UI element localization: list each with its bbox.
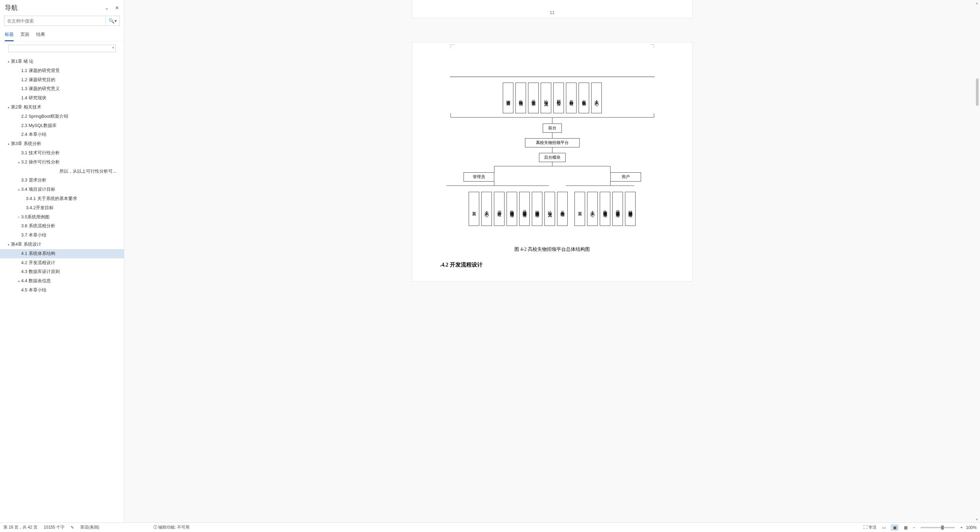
zoom-out-button[interactable]: − bbox=[913, 525, 915, 530]
structure-diagram: 浏览首页失物招领寻物启事论坛交流网站公告后台管理在线客服个人中心 前台 高校失物… bbox=[443, 76, 662, 233]
tree-toggle-icon[interactable]: ▴ bbox=[6, 242, 11, 247]
tab-pages[interactable]: 页面 bbox=[21, 29, 29, 41]
scroll-down-icon[interactable]: ▼ bbox=[974, 516, 980, 522]
print-layout-icon[interactable]: ▣ bbox=[891, 524, 899, 530]
page-previous: 11 bbox=[412, 0, 692, 18]
tree-item[interactable]: 1.2 课题研究目的 bbox=[0, 75, 124, 85]
web-layout-icon[interactable]: ▦ bbox=[902, 524, 909, 530]
diagram-node: 寻物启事 bbox=[528, 83, 539, 113]
tree-item[interactable]: 3.3 需求分析 bbox=[0, 176, 124, 185]
tree-item-label: 3.4 项目设计目标 bbox=[21, 186, 55, 193]
tree-toggle-icon[interactable]: ▴ bbox=[6, 105, 11, 110]
diagram-node: 论坛交流 bbox=[541, 83, 551, 113]
tree-item-label: 1.2 课题研究目的 bbox=[21, 76, 55, 84]
tree-item[interactable]: ▴3.4 项目设计目标 bbox=[0, 185, 124, 194]
tree-item[interactable]: 3.1 技术可行性分析 bbox=[0, 148, 124, 158]
tree-item[interactable]: 3.7 本章小结 bbox=[0, 231, 124, 240]
tree-item[interactable]: 4.1 系统体系结构 bbox=[0, 249, 124, 258]
crop-mark-icon bbox=[650, 44, 654, 48]
document-area: 11 浏览首页失物招领寻物启事论坛交流网站公告后台管理在线客服个人中心 前台 bbox=[124, 0, 980, 522]
diagram-box-platform: 高校失物招领平台 bbox=[525, 138, 580, 148]
diagram-node: 认领物品管理 bbox=[625, 192, 636, 226]
diagram-node: 寻物启事管理 bbox=[612, 192, 623, 226]
status-language[interactable]: 英语(美国) bbox=[80, 524, 99, 530]
diagram-box-user: 用户 bbox=[610, 172, 641, 181]
tree-item[interactable]: 2.3 MySQL数据库 bbox=[0, 121, 124, 130]
close-icon[interactable]: ✕ bbox=[115, 5, 119, 11]
tree-toggle-icon[interactable]: ▴ bbox=[16, 278, 21, 283]
tree-item[interactable]: 3.4.2开发目标 bbox=[0, 203, 124, 213]
tab-headings[interactable]: 标题 bbox=[5, 29, 14, 41]
tree-item[interactable]: 所以，从以上可行性分析可... bbox=[0, 167, 124, 176]
spellcheck-icon[interactable]: ✎ bbox=[71, 525, 74, 530]
tree-item[interactable]: ▹3.5系统用例图 bbox=[0, 213, 124, 222]
tree-item-label: 4.5 本章小结 bbox=[21, 287, 46, 294]
page-number: 11 bbox=[550, 10, 554, 15]
tree-item-label: 3.1 技术可行性分析 bbox=[21, 149, 60, 157]
tree-item-label: 4.4 数据表信息 bbox=[21, 278, 51, 284]
tree-toggle-icon[interactable]: ▴ bbox=[6, 141, 11, 146]
tree-item[interactable]: 2.4 本章小结 bbox=[0, 130, 124, 139]
diagram-node: 个人中心 bbox=[481, 192, 492, 226]
tree-item-label: 1.1 课题的研究背景 bbox=[21, 67, 60, 75]
tree-item[interactable]: 4.3 数据库设计原则 bbox=[0, 267, 124, 276]
tree-item-label: 4.2 开发流程设计 bbox=[21, 259, 55, 267]
tree-toggle-icon[interactable]: ▹ bbox=[16, 214, 21, 219]
diagram-node: 在线客服 bbox=[579, 83, 589, 113]
tree-item-label: 4.1 系统体系结构 bbox=[21, 250, 55, 257]
nav-search[interactable]: 🔍▾ bbox=[4, 16, 120, 26]
status-bar: 第 16 页，共 42 页 10155 个字 ✎ 英语(美国) ⓘ 辅助功能: … bbox=[0, 522, 980, 532]
tree-toggle-icon[interactable]: ▴ bbox=[16, 187, 21, 192]
diagram-node: 网站公告 bbox=[553, 83, 564, 113]
tree-item[interactable]: 1.4 研究现状 bbox=[0, 94, 124, 103]
read-mode-icon[interactable]: ▭ bbox=[880, 524, 888, 530]
tree-item[interactable]: 4.5 本章小结 bbox=[0, 286, 124, 295]
tree-item[interactable]: 3.4.1 关于系统的基本要求 bbox=[0, 194, 124, 203]
tree-item-label: 第3章 系统分析 bbox=[11, 140, 41, 148]
search-input[interactable] bbox=[5, 18, 105, 24]
tree-item[interactable]: 2.2 SpringBoot框架介绍 bbox=[0, 112, 124, 121]
scroll-up-icon[interactable]: ▲ bbox=[974, 0, 980, 6]
diagram-node: 首页 bbox=[574, 192, 585, 226]
accessibility-icon[interactable]: ⓘ 辅助功能: 不可用 bbox=[153, 524, 189, 530]
tree-item[interactable]: ▴第3章 系统分析 bbox=[0, 139, 124, 148]
diagram-node: 用户管理 bbox=[494, 192, 504, 226]
tree-toggle-icon[interactable]: ▴ bbox=[16, 160, 21, 165]
tab-results[interactable]: 结果 bbox=[36, 29, 45, 41]
tree-item[interactable]: 3.6 系统流程分析 bbox=[0, 221, 124, 231]
tree-toggle-icon[interactable]: ▴ bbox=[6, 59, 11, 64]
tree-item[interactable]: ▴3.2 操作可行性分析 bbox=[0, 158, 124, 167]
tree-item[interactable]: 1.3 课题的研究意义 bbox=[0, 84, 124, 94]
tree-item[interactable]: 4.2 开发流程设计 bbox=[0, 258, 124, 268]
scroll-thumb[interactable] bbox=[976, 78, 978, 106]
tree-item[interactable]: ▴4.4 数据表信息 bbox=[0, 276, 124, 286]
zoom-slider[interactable] bbox=[921, 527, 955, 528]
tree-item-label: 3.5系统用例图 bbox=[21, 214, 49, 221]
tree-item[interactable]: ▴第4章 系统设计 bbox=[0, 240, 124, 249]
tree-item[interactable]: ▴第1章 绪 论 bbox=[0, 57, 124, 66]
diagram-node: 个人中心 bbox=[587, 192, 598, 226]
focus-mode-button[interactable]: ⛶ 专注 bbox=[863, 524, 877, 530]
status-page-info[interactable]: 第 16 页，共 42 页 bbox=[3, 524, 38, 530]
tree-item[interactable]: ▴第2章 相关技术 bbox=[0, 103, 124, 112]
section-heading: .4.2 开发流程设计 bbox=[440, 261, 665, 268]
tree-item-label: 所以，从以上可行性分析可... bbox=[59, 168, 116, 175]
zoom-in-button[interactable]: + bbox=[960, 525, 963, 530]
diagram-node: 失物招领管理 bbox=[600, 192, 610, 226]
tree-item-label: 2.3 MySQL数据库 bbox=[21, 122, 57, 129]
diagram-node: 后台管理 bbox=[566, 83, 576, 113]
collapse-icon[interactable]: ⌄ bbox=[105, 5, 109, 11]
diagram-node: 系统管理 bbox=[557, 192, 568, 226]
nav-filter-input[interactable] bbox=[8, 45, 116, 52]
zoom-level[interactable]: 100% bbox=[966, 525, 977, 530]
status-word-count[interactable]: 10155 个字 bbox=[44, 524, 65, 530]
vertical-scrollbar[interactable]: ▲ ▼ bbox=[974, 0, 980, 522]
tree-item-label: 3.4.2开发目标 bbox=[26, 205, 54, 211]
tree-item[interactable]: 1.1 课题的研究背景 bbox=[0, 66, 124, 75]
tree-item-label: 3.2 操作可行性分析 bbox=[21, 159, 60, 166]
tree-item-label: 第2章 相关技术 bbox=[11, 104, 41, 111]
search-icon[interactable]: 🔍▾ bbox=[105, 16, 119, 25]
diagram-node: 寻物启事管理 bbox=[519, 192, 530, 226]
diagram-node: 首页 bbox=[469, 192, 479, 226]
crop-mark-icon bbox=[450, 44, 455, 48]
